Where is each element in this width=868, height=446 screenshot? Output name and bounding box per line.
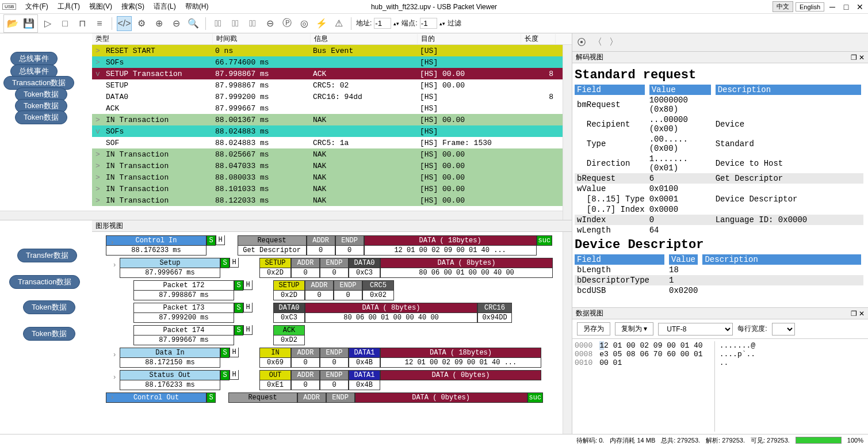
lang-zh-button[interactable]: 中文	[773, 1, 793, 12]
eye-icon[interactable]: ⦿	[577, 37, 586, 48]
addr-input[interactable]	[374, 18, 391, 29]
table-row[interactable]: vSOFs88.024883 ms[HS]	[92, 125, 572, 137]
saveas-button[interactable]: 另存为	[577, 322, 610, 336]
status-bar: 待解码: 0. 内存消耗 14 MB 总共: 279253. 解析: 27925…	[0, 434, 868, 446]
ep-input[interactable]	[420, 18, 437, 29]
maximize-button[interactable]: □	[840, 2, 852, 12]
filter-button[interactable]: 过滤	[448, 18, 461, 28]
col-time[interactable]: 时间戳	[213, 34, 311, 44]
warning-icon[interactable]: ⚠	[331, 16, 346, 31]
menu-tools[interactable]: 工具(T)	[53, 2, 85, 12]
status-parsed: 解析: 279253.	[706, 436, 745, 445]
status-total: 总共: 279253.	[661, 436, 700, 445]
table-row[interactable]: >IN Transaction88.001367 msNAK[HS] 00.00	[92, 114, 572, 125]
undock-icon[interactable]: ❐	[851, 54, 857, 62]
minus-circle-icon[interactable]: ⊖	[262, 16, 277, 31]
status-pct: 100%	[847, 437, 863, 444]
play-icon[interactable]: ▷	[40, 16, 55, 31]
data-toolbar: 另存为 复制为 ▾ UTF-8 每行宽度: 8	[572, 319, 868, 339]
gear-icon[interactable]: ⚙	[134, 16, 149, 31]
bolt-icon[interactable]: ⚡	[314, 16, 329, 31]
decode-toolbar: ⦿ 〈 〉	[572, 33, 868, 52]
data-panel-title: 数据视图 ❐ ✕	[572, 308, 868, 319]
col-dest[interactable]: 目的	[418, 34, 521, 44]
undock-icon-2[interactable]: ❐	[851, 310, 857, 318]
save-icon[interactable]: 💾	[21, 16, 36, 31]
open-icon[interactable]: 📂	[5, 16, 20, 31]
table-row[interactable]: ACK87.999667 ms[HS]	[92, 102, 572, 114]
packet-list-header: 类型 时间戳 信息 目的 长度	[92, 33, 572, 45]
perline-label: 每行宽度:	[737, 324, 767, 334]
table-row[interactable]: DATA087.999200 msCRC16: 94dd[HS]8	[92, 91, 572, 102]
status-visible: 可见: 279253.	[751, 436, 790, 445]
table-row[interactable]: SOF88.024883 msCRC5: 1a[HS] Frame: 1530	[92, 137, 572, 148]
scrollbar-h[interactable]	[0, 211, 563, 220]
ep-label: 端点:	[402, 18, 417, 28]
perline-select[interactable]: 8	[772, 323, 795, 336]
pin-icon[interactable]: ⊓	[75, 16, 90, 31]
menu-lang[interactable]: 语言(L)	[149, 2, 181, 12]
menu-view[interactable]: 视图(V)	[85, 2, 117, 12]
x-circle-icon[interactable]: ✗⃝	[245, 16, 260, 31]
graph-panel: 图形视图 › Control In88.176233 msSH RequestG…	[0, 220, 572, 434]
callout-transfer: Transfer数据	[17, 249, 77, 262]
callout-token-g2: Token数据	[23, 327, 75, 341]
table-row[interactable]: >IN Transaction88.122033 msNAK[HS] 00.00	[92, 195, 572, 206]
packet-list: 类型 时间戳 信息 目的 长度 >RESET START0 nsBus Even…	[0, 33, 572, 220]
minimize-button[interactable]: ─	[827, 2, 838, 12]
hex-view[interactable]: 000000080010 12 01 00 02 09 00 01 40e3 0…	[572, 339, 868, 434]
check-icon[interactable]: ✓⃝	[211, 16, 225, 31]
callout-token-3: Token数据	[15, 110, 67, 124]
progress-bar	[796, 437, 842, 444]
data-panel: 数据视图 ❐ ✕ 另存为 复制为 ▾ UTF-8 每行宽度: 8 0000000…	[572, 307, 868, 434]
callout-bus-event-1: 总线事件	[10, 52, 58, 66]
list-icon[interactable]: ≡	[92, 16, 107, 31]
menu-search[interactable]: 搜索(S)	[117, 2, 149, 12]
col-len[interactable]: 长度	[521, 34, 556, 44]
table-row[interactable]: vSETUP Transaction87.998867 msACK[HS] 00…	[92, 68, 572, 79]
title-bar: USB 文件(F) 工具(T) 视图(V) 搜索(S) 语言(L) 帮助(H) …	[0, 0, 868, 14]
close-panel-icon-2[interactable]: ✕	[859, 310, 865, 318]
callout-token-g1: Token数据	[23, 300, 75, 314]
addr-label: 地址:	[356, 18, 372, 28]
main-toolbar: 📂 💾 ▷ □ ⊓ ≡ </> ⚙ ⊕ ⊖ 🔍 ✓⃝ ⟳⃝ ✗⃝ ⊖ Ⓟ ◎ ⚡…	[0, 14, 868, 33]
table-row[interactable]: >RESET START0 nsBus Event[US]	[92, 45, 572, 56]
refresh-icon[interactable]: ⟳⃝	[228, 16, 243, 31]
usb-badge: USB	[2, 3, 16, 10]
zoom-in-icon[interactable]: ⊕	[151, 16, 166, 31]
col-info[interactable]: 信息	[311, 34, 418, 44]
next-icon[interactable]: 〉	[609, 36, 618, 48]
status-pending: 待解码: 0.	[576, 436, 604, 445]
decode-body: Standard request FieldValueDescription b…	[572, 63, 868, 307]
close-button[interactable]: ✕	[854, 2, 866, 12]
window-title: hub_with_ft232.upv - USB Packet Viewer	[371, 3, 497, 11]
callout-transaction-g: Transaction数据	[9, 275, 80, 289]
lang-en-button[interactable]: English	[796, 2, 824, 12]
menu-file[interactable]: 文件(F)	[21, 2, 52, 12]
table-row[interactable]: >IN Transaction88.101033 msNAK[HS] 00.00	[92, 183, 572, 195]
p-circle-icon[interactable]: Ⓟ	[280, 16, 295, 31]
search-icon[interactable]: 🔍	[186, 16, 201, 31]
prev-icon[interactable]: 〈	[593, 36, 602, 48]
copyas-button[interactable]: 复制为 ▾	[615, 322, 653, 336]
code-icon[interactable]: </>	[117, 16, 132, 31]
close-panel-icon[interactable]: ✕	[859, 54, 865, 62]
graph-scrollbar-v[interactable]	[563, 232, 572, 434]
table-row[interactable]: >SOFs66.774600 ms[HS]	[92, 56, 572, 68]
graph-panel-title: 图形视图	[92, 220, 572, 232]
col-type[interactable]: 类型	[92, 34, 213, 44]
zoom-out-icon[interactable]: ⊖	[169, 16, 183, 31]
table-row[interactable]: >IN Transaction88.047033 msNAK[HS] 00.00	[92, 160, 572, 171]
table-row[interactable]: >IN Transaction88.080033 msNAK[HS] 00.00	[92, 171, 572, 183]
menu-help[interactable]: 帮助(H)	[181, 2, 213, 12]
encoding-select[interactable]: UTF-8	[658, 323, 733, 336]
table-row[interactable]: SETUP87.998867 msCRC5: 02[HS] 00.00	[92, 79, 572, 91]
target-icon[interactable]: ◎	[297, 16, 312, 31]
decode-h1: Standard request	[575, 68, 866, 82]
decode-h2: Device Descriptor	[575, 238, 866, 252]
table-row[interactable]: >IN Transaction88.025667 msNAK[HS] 00.00	[92, 148, 572, 160]
status-mem: 内存消耗 14 MB	[610, 436, 655, 445]
decode-panel-title: 解码视图 ❐ ✕	[572, 52, 868, 63]
scrollbar-v[interactable]	[563, 45, 572, 220]
stop-icon[interactable]: □	[58, 16, 72, 31]
